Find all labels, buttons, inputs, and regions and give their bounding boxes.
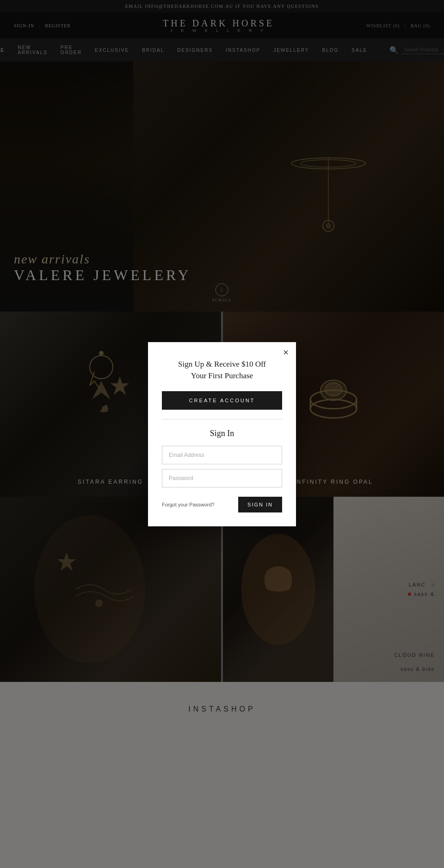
signin-button[interactable]: SIGN IN bbox=[238, 497, 282, 512]
modal-signup-text: Sign Up & Receive $10 OffYour First Purc… bbox=[162, 358, 282, 382]
password-input[interactable] bbox=[162, 469, 282, 487]
create-account-button[interactable]: CREATE ACCOUNT bbox=[162, 391, 282, 410]
modal-close-button[interactable]: × bbox=[283, 348, 289, 357]
email-input[interactable] bbox=[162, 446, 282, 464]
modal-footer: Forgot your Password? SIGN IN bbox=[162, 497, 282, 512]
modal-signin-title: Sign In bbox=[162, 429, 282, 438]
signin-modal: × Sign Up & Receive $10 OffYour First Pu… bbox=[148, 342, 296, 526]
modal-divider bbox=[162, 419, 282, 419]
forgot-password-link[interactable]: Forgot your Password? bbox=[162, 502, 215, 507]
modal-overlay[interactable]: × Sign Up & Receive $10 OffYour First Pu… bbox=[0, 0, 444, 727]
